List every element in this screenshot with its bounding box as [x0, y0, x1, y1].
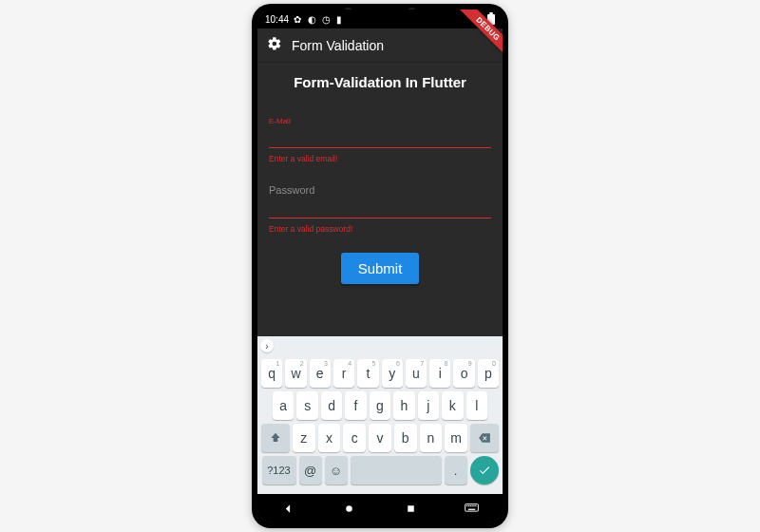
status-time: 10:44: [265, 14, 289, 25]
svg-rect-3: [466, 505, 467, 506]
nav-keyboard-icon[interactable]: [453, 503, 491, 514]
clock-icon: ◷: [322, 14, 332, 24]
key-period[interactable]: .: [445, 456, 467, 484]
screen: DEBUG 10:44 ✿ ◐ ◷ ▮: [257, 10, 503, 522]
svg-rect-6: [472, 505, 473, 506]
email-input[interactable]: [269, 127, 491, 148]
nav-home[interactable]: [331, 503, 369, 515]
key-i[interactable]: i8: [429, 359, 450, 388]
svg-rect-7: [474, 505, 475, 506]
key-j[interactable]: j: [418, 391, 439, 420]
key-l[interactable]: l: [466, 391, 487, 420]
email-field: E-Mail Enter a valid email!: [269, 117, 491, 163]
key-r[interactable]: r4: [333, 359, 354, 388]
page-title: Form-Validation In Flutter: [269, 74, 491, 90]
key-w[interactable]: w2: [285, 359, 306, 388]
submit-button[interactable]: Submit: [341, 253, 420, 284]
key-enter[interactable]: [470, 456, 499, 484]
svg-point-0: [347, 505, 353, 512]
key-g[interactable]: g: [370, 391, 390, 420]
key-space[interactable]: [351, 456, 442, 484]
email-label: E-Mail: [269, 117, 491, 125]
phone-frame: DEBUG 10:44 ✿ ◐ ◷ ▮: [252, 4, 508, 528]
page-body: Form-Validation In Flutter E-Mail Enter …: [257, 63, 503, 336]
svg-rect-9: [468, 509, 476, 510]
chevron-right-icon[interactable]: ›: [260, 339, 274, 352]
key-backspace[interactable]: [470, 424, 499, 452]
key-q[interactable]: q1: [261, 359, 282, 388]
key-z[interactable]: z: [293, 424, 315, 452]
key-m[interactable]: m: [445, 424, 467, 452]
nav-recent[interactable]: [391, 503, 429, 515]
shield-icon: ◐: [308, 14, 317, 24]
keyboard-suggestion-bar[interactable]: ›: [257, 336, 503, 355]
canvas: DEBUG 10:44 ✿ ◐ ◷ ▮: [0, 0, 760, 532]
svg-rect-2: [466, 504, 479, 512]
key-t[interactable]: t5: [357, 359, 378, 388]
key-symbols[interactable]: ?123: [262, 456, 296, 484]
key-a[interactable]: a: [273, 391, 294, 420]
svg-rect-4: [468, 505, 469, 506]
password-error: Enter a valid password!: [269, 224, 491, 234]
key-p[interactable]: p0: [478, 359, 499, 388]
key-f[interactable]: f: [345, 391, 366, 420]
key-emoji[interactable]: ☺: [325, 456, 348, 484]
android-nav-bar: [257, 494, 503, 522]
soft-keyboard: q1w2e3r4t5y6u7i8o9p0 asdfghjkl zxcvbnm ?…: [257, 355, 503, 494]
password-field: Password Enter a valid password!: [269, 184, 491, 234]
key-n[interactable]: n: [420, 424, 443, 452]
password-label: Password: [269, 184, 491, 196]
gear-icon: ✿: [294, 14, 303, 24]
key-d[interactable]: d: [321, 391, 342, 420]
key-s[interactable]: s: [296, 391, 317, 420]
svg-rect-8: [476, 505, 477, 506]
app-bar: Form Validation: [257, 28, 503, 63]
key-b[interactable]: b: [394, 424, 417, 452]
svg-rect-1: [408, 505, 414, 512]
key-k[interactable]: k: [442, 391, 463, 420]
password-input[interactable]: [269, 198, 491, 218]
key-shift[interactable]: [261, 424, 290, 452]
key-u[interactable]: u7: [406, 359, 427, 388]
key-y[interactable]: y6: [382, 359, 403, 388]
key-c[interactable]: c: [343, 424, 366, 452]
key-e[interactable]: e3: [310, 359, 331, 388]
gear-icon[interactable]: [267, 36, 282, 54]
email-error: Enter a valid email!: [269, 154, 491, 163]
key-x[interactable]: x: [318, 424, 341, 452]
app-bar-title: Form Validation: [292, 38, 384, 53]
nav-back[interactable]: [269, 503, 307, 515]
key-h[interactable]: h: [393, 391, 414, 420]
key-at[interactable]: @: [299, 456, 322, 484]
key-o[interactable]: o9: [453, 359, 474, 388]
svg-rect-5: [470, 505, 471, 506]
key-v[interactable]: v: [369, 424, 391, 452]
lock-icon: ▮: [336, 14, 346, 24]
